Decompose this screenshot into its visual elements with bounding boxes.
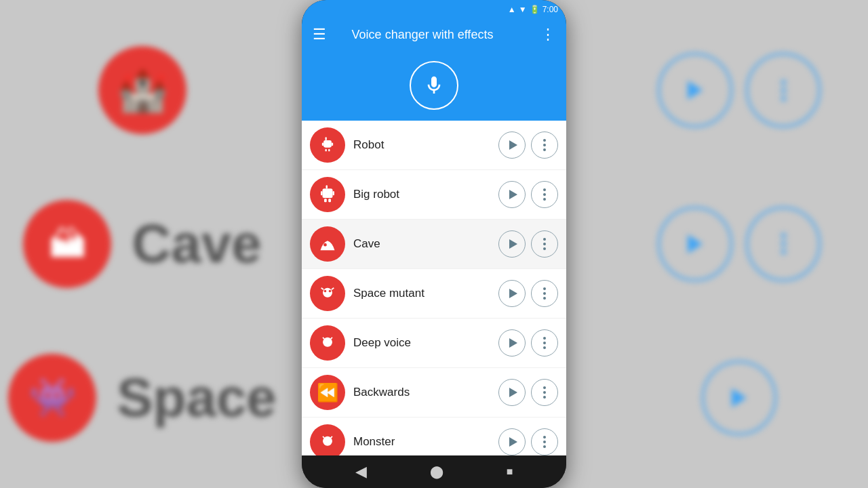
svg-rect-1 [326, 137, 327, 140]
effect-name-big-robot: Big robot [353, 188, 490, 201]
menu-icon[interactable]: ☰ [313, 26, 326, 43]
more-button-big-robot[interactable] [531, 181, 558, 208]
effect-item-monster: Monster [302, 418, 566, 455]
back-button[interactable]: ◀ [355, 463, 367, 481]
svg-point-2 [324, 142, 327, 145]
phone-frame: ▲ ▼ 🔋 7:00 ☰ Voice changer with effects … [302, 0, 566, 488]
svg-line-23 [332, 288, 334, 289]
mic-section [302, 50, 566, 121]
effects-list: Robot Big robot [302, 121, 566, 455]
bg-row-cave: 🏔 Cave [23, 200, 261, 288]
bg-label-cave: Cave [132, 213, 261, 275]
play-triangle-big-robot [509, 190, 517, 199]
effect-name-monster: Monster [353, 435, 490, 449]
svg-point-11 [323, 191, 327, 195]
effect-name-robot: Robot [353, 138, 490, 152]
svg-rect-7 [326, 149, 327, 152]
svg-rect-4 [326, 146, 330, 147]
effect-item-deep-voice: Deep voice [302, 319, 566, 368]
bg-dots-2 [781, 233, 786, 254]
app-title: Voice changer with effects [337, 28, 508, 42]
bg-more-2 [746, 207, 821, 281]
more-button-space-mutant[interactable] [531, 280, 558, 307]
svg-point-21 [329, 290, 332, 293]
effect-actions-big-robot [498, 181, 558, 208]
effect-actions-deep-voice [498, 329, 558, 357]
more-dots-deep-voice [543, 337, 546, 349]
svg-point-12 [328, 191, 332, 195]
effect-icon-robot [310, 127, 345, 163]
bg-icon-space: 👾 [8, 354, 96, 442]
more-button-cave[interactable] [531, 230, 558, 258]
effect-name-space-mutant: Space mutant [353, 287, 490, 300]
effect-item-big-robot: Big robot [302, 170, 566, 220]
play-button-monster[interactable] [498, 428, 526, 455]
bg-row-space: 👾 Space [8, 354, 277, 442]
bg-right-row-2 [658, 207, 821, 281]
mic-button[interactable] [410, 61, 458, 110]
wifi-icon: ▼ [519, 5, 527, 14]
bg-play-3 [702, 361, 776, 435]
bg-right-row-1 [658, 53, 821, 127]
effect-icon-monster [310, 424, 345, 455]
svg-point-18 [323, 243, 327, 247]
recent-button[interactable]: ■ [507, 466, 513, 478]
svg-line-22 [321, 288, 324, 289]
play-button-backwards[interactable] [498, 379, 526, 406]
more-button-robot[interactable] [531, 131, 558, 159]
svg-rect-10 [326, 185, 328, 188]
overflow-menu-icon[interactable]: ⋮ [540, 26, 555, 43]
bg-icon-cave: 🏔 [23, 200, 111, 288]
effect-icon-deep-voice [310, 325, 345, 361]
effect-actions-cave [498, 230, 558, 258]
effect-icon-cave [310, 226, 345, 262]
bg-dots-1 [781, 80, 786, 101]
nav-bar: ◀ ⬤ ■ [302, 455, 566, 488]
play-button-robot[interactable] [498, 131, 526, 159]
app-header: ☰ Voice changer with effects ⋮ [302, 19, 566, 50]
status-icons: ▲ ▼ 🔋 7:00 [508, 5, 558, 14]
bg-play-icon-2 [688, 235, 703, 253]
signal-icon: ▲ [508, 5, 516, 14]
play-triangle-robot [509, 140, 517, 150]
more-dots-big-robot [543, 188, 546, 201]
bg-right [610, 0, 868, 488]
bg-label-space: Space [117, 367, 277, 429]
svg-point-20 [324, 290, 327, 293]
more-button-backwards[interactable] [531, 379, 558, 406]
time-display: 7:00 [542, 5, 558, 14]
play-button-big-robot[interactable] [498, 181, 526, 208]
mic-svg-icon [423, 75, 445, 96]
play-triangle-cave [509, 239, 517, 249]
play-button-space-mutant[interactable] [498, 280, 526, 307]
bg-play-1 [658, 53, 732, 127]
bg-play-2 [658, 207, 732, 281]
effect-name-deep-voice: Deep voice [353, 336, 490, 350]
play-triangle-monster [509, 437, 517, 447]
effect-name-backwards: Backwards [353, 386, 490, 399]
backwards-icon-symbol: ⏪ [317, 382, 338, 403]
bg-left: 🏰 🏔 Cave 👾 Space [0, 0, 285, 488]
bg-right-row-3 [702, 361, 776, 435]
effect-name-cave: Cave [353, 237, 490, 251]
bg-play-icon-1 [688, 81, 703, 100]
more-button-deep-voice[interactable] [531, 329, 558, 357]
home-button[interactable]: ⬤ [430, 464, 443, 479]
more-dots-backwards [543, 386, 546, 399]
play-button-deep-voice[interactable] [498, 329, 526, 357]
more-dots-space-mutant [543, 287, 546, 300]
effect-actions-backwards [498, 379, 558, 406]
play-button-cave[interactable] [498, 230, 526, 258]
more-button-monster[interactable] [531, 428, 558, 455]
effect-icon-space-mutant [310, 276, 345, 311]
svg-rect-16 [324, 199, 327, 202]
bg-play-icon-3 [732, 388, 747, 407]
more-dots-cave [543, 238, 546, 250]
effect-actions-monster [498, 428, 558, 455]
status-bar: ▲ ▼ 🔋 7:00 [302, 0, 566, 19]
svg-rect-15 [333, 191, 335, 195]
svg-rect-5 [322, 143, 323, 146]
effect-actions-robot [498, 131, 558, 159]
battery-icon: 🔋 [530, 5, 540, 14]
bg-row-1: 🏰 [98, 46, 186, 134]
